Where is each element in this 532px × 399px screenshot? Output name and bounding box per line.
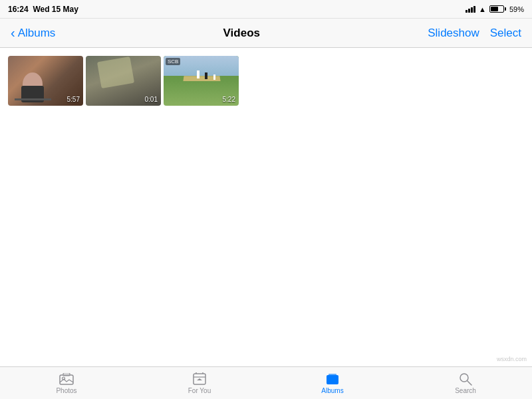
video-item[interactable]: SCB 5:22 [164, 56, 239, 106]
signal-icon [466, 6, 475, 13]
main-content: 5:57 0:01 SCB 5:22 [0, 48, 532, 366]
video-duration: 5:22 [223, 96, 235, 103]
thumb-figure-3 [213, 74, 215, 80]
video-item[interactable]: 5:57 [8, 56, 83, 106]
foryou-icon [192, 372, 207, 386]
status-indicators: ▲ 59% [466, 5, 524, 13]
select-button[interactable]: Select [490, 27, 521, 40]
thumb-figure-2 [205, 72, 207, 79]
thumb-figure-1 [197, 70, 200, 78]
tab-albums[interactable]: Albums [266, 372, 399, 394]
page-title: Videos [223, 27, 260, 40]
status-time: 16:24 Wed 15 May [8, 5, 78, 14]
tab-albums-label: Albums [321, 387, 343, 394]
tab-foryou-label: For You [188, 387, 211, 394]
svg-rect-8 [329, 374, 336, 376]
svg-rect-7 [327, 375, 338, 384]
tab-photos-label: Photos [56, 387, 76, 394]
slideshow-button[interactable]: Slideshow [428, 27, 479, 40]
svg-line-11 [467, 381, 471, 385]
tab-bar: Photos For You Albums [0, 366, 532, 399]
albums-icon [325, 372, 340, 386]
watermark: wsxdn.com [497, 356, 527, 362]
video-badge: SCB [166, 58, 180, 65]
video-grid: 5:57 0:01 SCB 5:22 [8, 56, 524, 106]
photos-icon [59, 372, 74, 386]
thumb-highlight [97, 57, 134, 88]
tab-photos[interactable]: Photos [0, 372, 133, 394]
battery-icon [489, 5, 506, 13]
svg-point-10 [460, 374, 468, 382]
svg-rect-0 [60, 375, 73, 384]
svg-rect-2 [63, 373, 70, 376]
back-chevron-icon: ‹ [11, 26, 15, 39]
thumb-desk [15, 98, 51, 100]
nav-actions: Slideshow Select [428, 27, 521, 40]
back-button[interactable]: ‹ Albums [11, 27, 55, 40]
video-item[interactable]: 0:01 [86, 56, 161, 106]
tab-foryou[interactable]: For You [133, 372, 266, 394]
video-duration: 0:01 [145, 96, 158, 103]
battery-percentage: 59% [509, 5, 524, 13]
back-label: Albums [18, 27, 56, 40]
tab-search-label: Search [455, 387, 476, 394]
search-icon [458, 372, 473, 386]
tab-search[interactable]: Search [399, 372, 532, 394]
nav-bar: ‹ Albums Videos Slideshow Select [0, 19, 532, 48]
wifi-icon: ▲ [479, 5, 486, 13]
video-duration: 5:57 [67, 96, 80, 103]
status-bar: 16:24 Wed 15 May ▲ 59% [0, 0, 532, 19]
